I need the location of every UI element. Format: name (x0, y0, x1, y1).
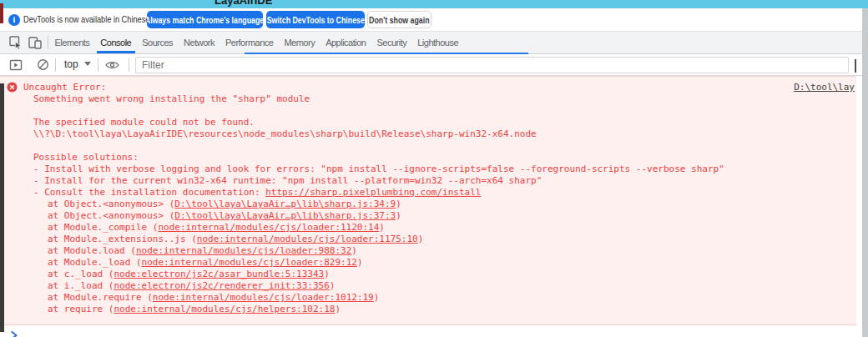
blue-underline-artifact (245, 53, 528, 54)
error-text-line: \\?\D:\tool\laya\LayaAirIDE\resources\no… (0, 128, 856, 140)
stack-location-link[interactable]: node:internal/modules/cjs/loader:1175:10 (197, 234, 418, 244)
panel-tab-label: Application (326, 38, 366, 48)
stack-frame-line: at c._load (node:electron/js2c/asar_bund… (0, 269, 856, 280)
stack-frame-function: at Module._extensions..js ( (48, 234, 197, 244)
error-inline-link[interactable]: https://sharp.pixelplumbing.com/install (265, 187, 481, 198)
always-match-language-button[interactable]: Always match Chrome's language (147, 11, 263, 28)
stack-frame-line: at Object.<anonymous> (D:\tool\laya\Laya… (0, 210, 856, 222)
error-stack-trace: at Object.<anonymous> (D:\tool\laya\Laya… (0, 199, 856, 315)
error-text-line: - Install with verbose logging and look … (0, 163, 856, 175)
stack-location-link[interactable]: node:internal/modules/cjs/loader:988:32 (136, 245, 351, 256)
stack-frame-line: at require (node:internal/modules/cjs/he… (0, 304, 856, 315)
error-text-line (0, 105, 856, 117)
stack-location-link[interactable]: node:internal/modules/cjs/helpers:102:18 (114, 304, 335, 314)
stack-frame-line: at Module._compile (node:internal/module… (0, 222, 856, 234)
stack-location-link[interactable]: node:internal/modules/cjs/loader:1012:19 (153, 292, 374, 303)
stack-location-link[interactable]: D:\tool\laya\LayaAir…p\lib\sharp.js:34:9 (174, 199, 396, 209)
stack-frame-suffix: ) (396, 199, 401, 209)
stack-frame-suffix: ) (396, 210, 401, 221)
error-line-text: Something went wrong installing the "sha… (33, 93, 310, 104)
window-title: LayaAirIDE (214, 0, 272, 6)
error-message: Uncaught Error: D:\tool\lay Something we… (0, 76, 856, 325)
stack-frame-line: at i._load (node:electron/js2c/renderer_… (0, 280, 856, 292)
console-toolbar: top (0, 54, 862, 76)
panel-tab-label: Console (100, 38, 131, 48)
window-titlebar: LayaAirIDE (0, 0, 868, 8)
tab-console[interactable]: Console (95, 32, 137, 53)
context-selector[interactable]: top (64, 58, 78, 70)
error-line-text: The specified module could not be found. (33, 117, 255, 128)
error-text-line: Possible solutions: (0, 152, 856, 163)
dont-show-again-button[interactable]: Don't show again (367, 11, 431, 28)
error-header-line: Uncaught Error: D:\tool\lay (0, 82, 856, 93)
error-text-line: The specified module could not be found. (0, 117, 856, 128)
stack-frame-suffix: ) (357, 257, 363, 268)
error-text-line: - Install for the current win32-x64 runt… (0, 175, 856, 187)
panel-tab-label: Sources (142, 38, 173, 48)
panel-tab-label: Network (184, 38, 214, 48)
stack-location-link[interactable]: D:\tool\laya\LayaAir…p\lib\sharp.js:37:3 (174, 210, 396, 221)
error-body: Something went wrong installing the "sha… (0, 93, 856, 199)
stack-frame-function: at Module.load ( (48, 245, 136, 256)
console-sidebar-icon[interactable] (9, 58, 23, 72)
dont-show-again-label: Don't show again (369, 15, 430, 25)
clear-console-icon[interactable] (37, 58, 49, 71)
switch-to-chinese-button[interactable]: Switch DevTools to Chinese (266, 11, 365, 28)
console-messages: Uncaught Error: D:\tool\lay Something we… (0, 76, 862, 337)
stack-location-link[interactable]: node:internal/modules/cjs/loader:829:12 (142, 257, 357, 268)
tab-sources[interactable]: Sources (137, 32, 179, 53)
error-source-link[interactable]: D:\tool\lay (794, 82, 855, 93)
info-icon: i (8, 14, 20, 26)
panel-tab-label: Security (376, 38, 406, 48)
stack-frame-suffix: ) (379, 222, 385, 233)
error-text-line: - Consult the installation documentation… (0, 187, 856, 199)
tab-memory[interactable]: Memory (279, 32, 320, 53)
stack-frame-function: at Object.<anonymous> ( (48, 199, 174, 209)
tab-application[interactable]: Application (320, 32, 371, 53)
stack-frame-suffix: ) (351, 245, 357, 256)
live-expression-eye-icon[interactable] (105, 60, 119, 70)
chevron-down-icon (84, 62, 91, 66)
stack-location-link[interactable]: node:electron/js2c/asar_bundle:5:13343 (114, 269, 324, 279)
panel-tab-label: Memory (284, 38, 315, 48)
error-line-text: - Install with verbose logging and look … (33, 163, 724, 174)
stack-frame-line: at Module.require (node:internal/modules… (0, 292, 856, 304)
toolbar-separator (98, 58, 98, 72)
tab-performance[interactable]: Performance (220, 32, 278, 53)
stack-location-link[interactable]: node:internal/modules/cjs/loader:1120:14 (158, 222, 379, 233)
tab-security[interactable]: Security (371, 32, 412, 53)
tab-elements[interactable]: Elements (49, 32, 95, 53)
panel-tabs: Elements Console Sources Network Perform… (49, 32, 464, 53)
devtools-window: LayaAirIDE i DevTools is now available i… (0, 0, 868, 337)
stack-frame-function: at c._load ( (48, 269, 114, 279)
stack-frame-suffix: ) (418, 234, 424, 244)
stack-frame-function: at Module._compile ( (48, 222, 158, 233)
toolbar-separator (55, 58, 56, 72)
error-line-text: - Consult the installation documentation… (33, 187, 265, 198)
panel-tab-label: Elements (55, 38, 90, 48)
background-window-artifact (0, 3, 3, 23)
error-line-text: - Install for the current win32-x64 runt… (33, 175, 542, 186)
panel-tab-label: Performance (225, 38, 273, 48)
stack-frame-function: at i._load ( (48, 280, 114, 291)
scrollbar-track[interactable] (862, 8, 868, 337)
stack-frame-suffix: ) (374, 292, 380, 303)
inspect-element-icon[interactable] (8, 35, 23, 50)
stack-frame-line: at Module._extensions..js (node:internal… (0, 234, 856, 245)
error-line-text: Possible solutions: (33, 152, 139, 163)
toolbar-separator (129, 58, 129, 72)
device-toolbar-icon[interactable] (28, 35, 43, 50)
stack-frame-function: at require ( (48, 304, 114, 314)
console-prompt[interactable] (0, 325, 862, 337)
stack-frame-suffix: ) (324, 269, 330, 279)
scrollbar-thumb[interactable] (855, 59, 856, 73)
error-text-line: Something went wrong installing the "sha… (0, 93, 856, 105)
always-match-language-label: Always match Chrome's language (147, 15, 263, 25)
stack-location-link[interactable]: node:electron/js2c/renderer_init:33:356 (114, 280, 329, 291)
tab-network[interactable]: Network (179, 32, 220, 53)
tab-lighthouse[interactable]: Lighthouse (412, 32, 464, 53)
error-text-line (0, 140, 856, 152)
prompt-chevron-icon (11, 327, 18, 337)
stack-frame-line: at Module._load (node:internal/modules/c… (0, 257, 856, 269)
filter-input[interactable] (135, 57, 849, 73)
